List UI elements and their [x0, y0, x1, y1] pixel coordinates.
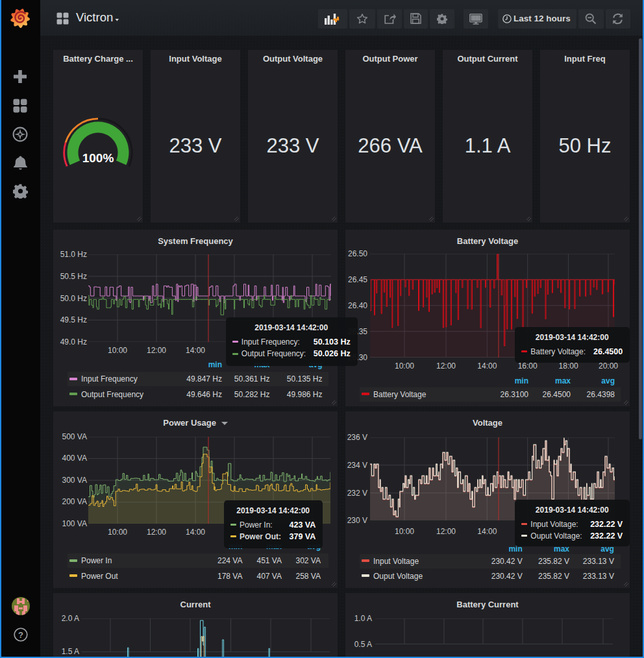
svg-text:?: ?: [18, 630, 23, 640]
svg-text:100%: 100%: [82, 151, 114, 165]
